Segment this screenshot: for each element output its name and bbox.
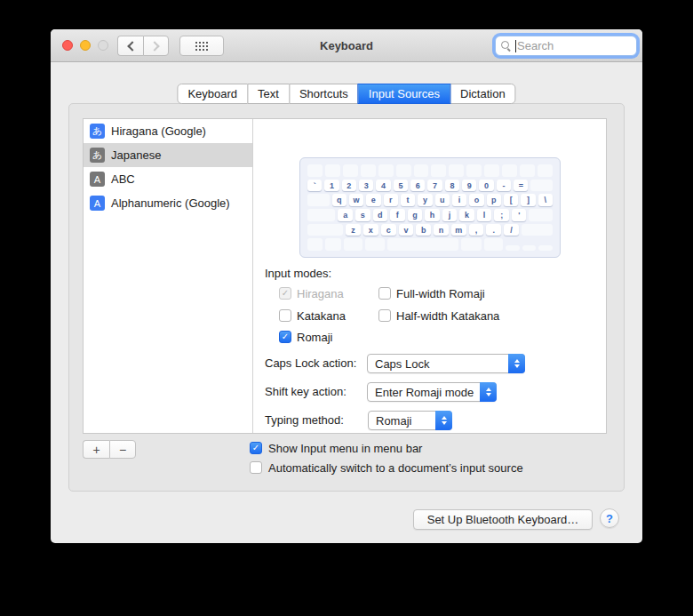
checkbox-katakana-label[interactable]: Katakana: [297, 309, 346, 323]
remove-input-source-button[interactable]: −: [109, 440, 136, 459]
key-blank: [325, 238, 340, 251]
show-all-button[interactable]: [179, 36, 224, 56]
key-blank: [365, 238, 386, 251]
search-input[interactable]: Search: [495, 36, 637, 56]
tab-dictation[interactable]: Dictation: [450, 84, 516, 104]
back-button[interactable]: [117, 36, 143, 56]
key-z: z: [346, 224, 361, 236]
key-j: j: [442, 209, 458, 221]
typing-method-select[interactable]: Romaji: [368, 411, 452, 430]
input-sources-panel: あ Hiragana (Google) あ Japanese A ABC A A…: [83, 118, 607, 434]
close-button[interactable]: [62, 40, 73, 51]
tab-keyboard[interactable]: Keyboard: [177, 84, 248, 104]
key-7: 7: [427, 180, 442, 192]
caps-lock-action-select[interactable]: Caps Lock: [367, 354, 525, 373]
key-\: \: [538, 194, 553, 206]
checkbox-half-width-katakana-label[interactable]: Half-width Katakana: [396, 309, 499, 323]
preferences-window: Keyboard Search Keyboard Text Shortcuts …: [51, 29, 642, 543]
key-blank: [387, 238, 458, 251]
key-blank: [396, 164, 411, 177]
tab-shortcuts[interactable]: Shortcuts: [289, 84, 359, 104]
checkbox-auto-switch[interactable]: [250, 461, 262, 474]
key-c: c: [381, 224, 396, 236]
checkbox-full-width-romaji[interactable]: [378, 287, 391, 300]
key-3: 3: [359, 180, 373, 192]
key-blank: [522, 224, 553, 236]
list-item-abc[interactable]: A ABC: [84, 167, 252, 191]
key-blank: [520, 164, 535, 177]
typing-method-label: Typing method:: [265, 413, 344, 427]
checkbox-show-input-menu-label[interactable]: Show Input menu in menu bar: [268, 442, 422, 455]
list-item-alphanumeric-google[interactable]: A Alphanumeric (Google): [84, 191, 252, 215]
minimize-button[interactable]: [80, 40, 91, 51]
panel-divider: [252, 119, 253, 433]
key-blank: [530, 180, 553, 192]
key-blank: [529, 209, 552, 221]
key-k: k: [459, 209, 474, 221]
chevron-right-icon: [149, 41, 159, 51]
key-blank: [502, 164, 517, 177]
key-9: 9: [462, 180, 476, 192]
list-item-japanese[interactable]: あ Japanese: [84, 143, 252, 167]
key-blank: [307, 238, 323, 251]
shift-key-action-select[interactable]: Enter Romaji mode: [367, 382, 497, 402]
key-blank: [506, 245, 520, 251]
forward-button: [143, 36, 169, 56]
tab-input-sources[interactable]: Input Sources: [358, 84, 450, 104]
input-modes-label: Input modes:: [265, 267, 331, 280]
checkbox-hiragana-label: Hiragana: [297, 287, 344, 300]
keyboard-layout-preview: `1234567890-=qwertyuiop[]\asdfghjkl;'zxc…: [299, 157, 561, 258]
checkbox-half-width-katakana[interactable]: [378, 309, 391, 322]
title-bar[interactable]: Keyboard Search: [51, 29, 642, 62]
key-y: y: [418, 194, 432, 206]
key-a: a: [338, 209, 353, 221]
tab-text[interactable]: Text: [247, 84, 290, 104]
checkbox-full-width-romaji-label[interactable]: Full-width Romaji: [396, 287, 485, 300]
tab-bar: Keyboard Text Shortcuts Input Sources Di…: [177, 84, 515, 104]
key-blank: [431, 164, 446, 177]
key-.: .: [486, 224, 501, 236]
checkbox-show-input-menu[interactable]: ✓: [250, 442, 262, 454]
key-l: l: [477, 209, 492, 221]
key-]: ]: [521, 194, 535, 206]
add-input-source-button[interactable]: +: [83, 440, 109, 459]
key-blank: [538, 245, 553, 251]
help-button[interactable]: ?: [600, 508, 619, 528]
input-source-icon: あ: [90, 148, 105, 163]
popup-arrows-icon: [480, 382, 497, 402]
key-m: m: [451, 224, 466, 236]
key-0: 0: [479, 180, 493, 192]
key-6: 6: [410, 180, 425, 192]
caps-lock-action-label: Caps Lock action:: [265, 356, 356, 370]
key-blank: [325, 164, 340, 177]
key-blank: [343, 164, 358, 177]
shift-key-action-label: Shift key action:: [265, 385, 346, 398]
checkbox-romaji-label[interactable]: Romaji: [297, 331, 332, 344]
key-t: t: [401, 194, 415, 206]
list-item-hiragana-google[interactable]: あ Hiragana (Google): [84, 119, 252, 143]
key-/: /: [504, 224, 519, 236]
caps-lock-action-value: Caps Lock: [375, 357, 429, 371]
key-5: 5: [394, 180, 408, 192]
key-blank: [307, 224, 343, 236]
key-blank: [307, 209, 335, 221]
key-blank: [307, 164, 323, 177]
checkbox-auto-switch-label[interactable]: Automatically switch to a document’s inp…: [268, 461, 523, 475]
checkbox-katakana[interactable]: [279, 309, 291, 322]
key-e: e: [366, 194, 380, 206]
key-blank: [522, 245, 537, 251]
key-n: n: [434, 224, 449, 236]
shift-key-action-value: Enter Romaji mode: [375, 386, 474, 399]
key-b: b: [416, 224, 431, 236]
key-g: g: [408, 209, 423, 221]
typing-method-value: Romaji: [376, 414, 411, 428]
key-f: f: [390, 209, 405, 221]
key-,: ,: [469, 224, 484, 236]
nav-buttons: [117, 36, 169, 56]
key-=: =: [514, 180, 528, 192]
popup-arrows-icon: [435, 411, 452, 430]
key-blank: [307, 194, 330, 206]
checkbox-romaji[interactable]: ✓: [279, 331, 291, 343]
setup-bluetooth-keyboard-button[interactable]: Set Up Bluetooth Keyboard…: [413, 509, 593, 530]
checkbox-hiragana: ✓: [279, 287, 291, 300]
